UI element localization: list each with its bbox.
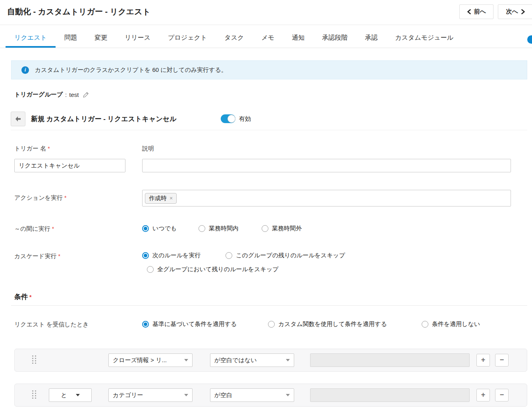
enabled-toggle-label: 有効: [239, 115, 251, 123]
drag-handle-icon[interactable]: [32, 390, 36, 399]
trigger-group-value: test: [69, 91, 79, 98]
tab-release[interactable]: リリース: [116, 30, 159, 48]
execute-during-label: ～の間に実行*: [14, 225, 54, 233]
next-button-label: 次へ: [506, 8, 518, 15]
cascade-label: カスケード実行*: [14, 253, 60, 260]
next-button[interactable]: 次へ: [498, 4, 532, 19]
enabled-toggle-wrap: 有効: [221, 114, 251, 123]
tag-created-on[interactable]: 作成時 ×: [145, 193, 177, 204]
info-banner: i カスタムトリガーのクラスかスクリプトを 60 に対してのみ実行する。: [11, 60, 527, 79]
chevron-left-icon: [467, 9, 471, 14]
trigger-name-label-text: トリガー 名: [14, 145, 46, 152]
module-tabbar: リクエスト 問題 変更 リリース プロジェクト タスク メモ 通知 承認段階 承…: [0, 30, 532, 48]
field-dropdown[interactable]: クローズ情報 > リ...: [108, 353, 193, 367]
tab-approval-stage[interactable]: 承認段階: [313, 30, 356, 48]
radio-anytime[interactable]: いつでも: [142, 224, 177, 232]
cascade-label-text: カスケード実行: [14, 253, 56, 259]
tag-label: 作成時: [149, 195, 167, 202]
field-dropdown-value: カテゴリー: [113, 392, 143, 399]
remove-condition-button[interactable]: −: [495, 354, 509, 367]
field-dropdown[interactable]: カテゴリー: [108, 388, 193, 402]
perform-action-label-text: アクションを実行: [14, 194, 63, 201]
trigger-group-row: トリガーグループ : test: [14, 91, 89, 98]
edit-pencil-icon[interactable]: [83, 91, 89, 98]
dropdown-caret-icon: [184, 359, 188, 361]
field-dropdown-value: クローズ情報 > リ...: [113, 357, 167, 364]
execute-during-label-text: ～の間に実行: [14, 225, 50, 232]
radio-label: 次のルールを実行: [152, 252, 200, 259]
trigger-name-label: トリガー 名*: [14, 145, 50, 152]
add-condition-button[interactable]: +: [476, 354, 490, 367]
tab-notification[interactable]: 通知: [283, 30, 313, 48]
radio-apply-custom-function[interactable]: カスタム関数を使用して条件を適用する: [268, 320, 387, 328]
dropdown-caret-icon: [76, 394, 80, 396]
operator-dropdown[interactable]: が空白ではない: [210, 353, 294, 367]
title-divider: [11, 130, 527, 130]
drag-handle-icon[interactable]: [32, 355, 36, 364]
trigger-title: 新規 カスタムトリガー - リクエストキャンセル: [31, 112, 177, 126]
connector-dropdown[interactable]: と: [49, 388, 92, 402]
tag-remove-icon[interactable]: ×: [170, 195, 173, 201]
tab-memo[interactable]: メモ: [253, 30, 283, 48]
radio-execute-next-rule[interactable]: 次のルールを実行: [142, 251, 200, 259]
radio-label: カスタム関数を使用して条件を適用する: [278, 320, 387, 328]
radio-label: 全グループにおいて残りのルールをスキップ: [157, 266, 279, 273]
required-asterisk: *: [29, 294, 31, 300]
radio-icon: [147, 266, 154, 273]
radio-icon: [422, 321, 428, 328]
tab-task[interactable]: タスク: [216, 30, 253, 48]
radio-icon: [199, 225, 205, 232]
tab-change[interactable]: 変更: [86, 30, 116, 48]
tab-request[interactable]: リクエスト: [6, 30, 56, 48]
conditions-section-title: 条件*: [14, 292, 31, 301]
radio-icon: [268, 321, 275, 328]
header-divider: [0, 25, 532, 25]
operator-dropdown[interactable]: が空白: [210, 388, 294, 402]
radio-icon: [142, 225, 149, 232]
condition-row: と カテゴリー が空白 + −: [14, 384, 527, 407]
tab-custom-module[interactable]: カスタムモジュール: [386, 30, 462, 48]
connector-dropdown-value: と: [61, 392, 67, 399]
description-label: 説明: [142, 145, 154, 152]
description-input[interactable]: [142, 159, 511, 172]
back-button[interactable]: [11, 112, 25, 126]
radio-label: 条件を適用しない: [432, 320, 480, 328]
tab-project[interactable]: プロジェクト: [159, 30, 216, 48]
required-asterisk: *: [64, 195, 66, 201]
trigger-name-input[interactable]: [14, 159, 125, 172]
info-icon: i: [21, 66, 29, 74]
action-multiselect[interactable]: 作成時 ×: [142, 190, 511, 206]
add-condition-button[interactable]: +: [476, 389, 490, 401]
when-received-label: リクエスト を受信したとき: [14, 321, 89, 328]
radio-no-conditions[interactable]: 条件を適用しない: [422, 320, 480, 328]
radio-business-hours[interactable]: 業務時間内: [199, 224, 239, 232]
radio-label: 基準に基づいて条件を適用する: [152, 320, 237, 328]
radio-label: いつでも: [152, 225, 177, 232]
conditions-title-text: 条件: [14, 293, 28, 301]
previous-button[interactable]: 前へ: [459, 4, 493, 19]
remove-condition-button[interactable]: −: [495, 389, 509, 401]
operator-dropdown-value: が空白ではない: [214, 357, 257, 364]
tab-problem[interactable]: 問題: [56, 30, 86, 48]
radio-icon: [226, 252, 232, 259]
page-title: 自動化 - カスタムトリガー - リクエスト: [7, 6, 150, 17]
previous-button-label: 前へ: [474, 8, 486, 15]
required-asterisk: *: [58, 253, 60, 259]
operator-dropdown-value: が空白: [214, 392, 232, 399]
dropdown-caret-icon: [184, 394, 188, 396]
radio-non-business-hours[interactable]: 業務時間外: [262, 224, 302, 232]
tab-approval[interactable]: 承認: [356, 30, 386, 48]
value-input-disabled: [310, 353, 470, 367]
radio-icon: [142, 252, 149, 259]
dropdown-caret-icon: [286, 359, 290, 361]
required-asterisk: *: [52, 226, 54, 232]
radio-apply-criteria[interactable]: 基準に基づいて条件を適用する: [142, 320, 237, 328]
trigger-group-label: トリガーグループ: [14, 91, 63, 98]
radio-skip-rules-all-groups[interactable]: 全グループにおいて残りのルールをスキップ: [147, 265, 279, 273]
radio-skip-rules-in-group[interactable]: このグループの残りのルールをスキップ: [226, 251, 345, 259]
dropdown-caret-icon: [286, 394, 290, 396]
perform-action-label: アクションを実行*: [14, 194, 67, 202]
enabled-toggle[interactable]: [221, 114, 235, 123]
radio-label: 業務時間内: [209, 225, 239, 232]
info-banner-text: カスタムトリガーのクラスかスクリプトを 60 に対してのみ実行する。: [35, 66, 227, 74]
